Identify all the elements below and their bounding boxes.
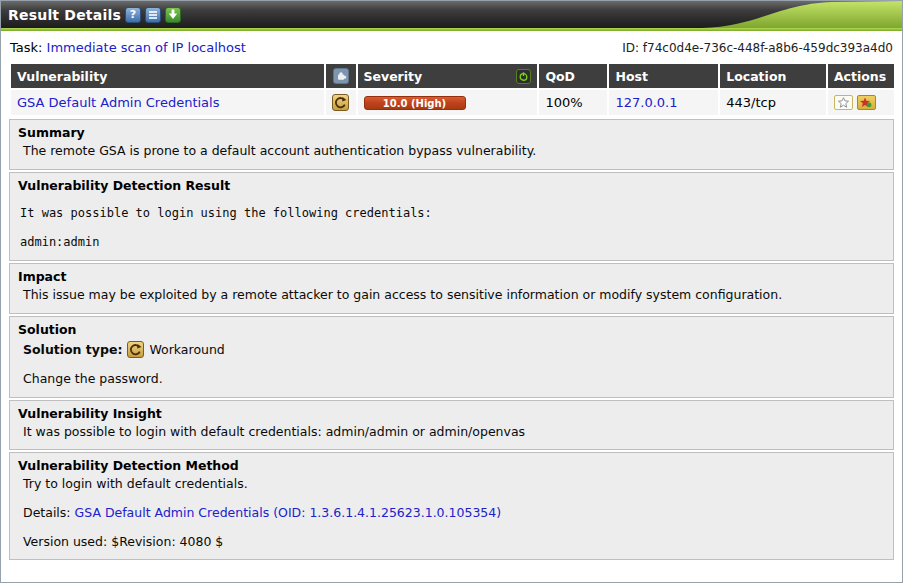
green-swoosh-decoration <box>702 1 902 28</box>
section-insight: Vulnerability Insight It was possible to… <box>9 400 894 451</box>
impact-body: This issue may be exploited by a remote … <box>23 287 885 303</box>
version-used: Version used: $Revision: 4080 $ <box>23 534 885 549</box>
workaround-icon <box>332 94 349 111</box>
section-summary: Summary The remote GSA is prone to a def… <box>9 119 894 170</box>
page-title: Result Details <box>8 7 121 23</box>
detail-sections: Summary The remote GSA is prone to a def… <box>9 119 894 560</box>
host-link[interactable]: 127.0.0.1 <box>615 95 677 110</box>
workaround-icon <box>127 341 144 358</box>
puzzle-piece-icon <box>333 68 349 84</box>
summary-body: The remote GSA is prone to a default acc… <box>23 143 885 159</box>
result-table: Vulnerability Severity <box>9 62 896 117</box>
insight-heading: Vulnerability Insight <box>18 406 885 421</box>
solution-type-value: Workaround <box>149 342 224 357</box>
column-header-host[interactable]: Host <box>609 64 718 88</box>
detection-method-heading: Vulnerability Detection Method <box>18 458 885 473</box>
column-header-location[interactable]: Location <box>720 64 826 88</box>
cell-host: 127.0.0.1 <box>609 90 718 115</box>
column-header-solution-type[interactable] <box>326 64 355 88</box>
detection-result-line2: admin:admin <box>20 235 885 249</box>
cell-severity: 10.0 (High) <box>358 90 538 115</box>
list-lines-icon <box>148 10 158 20</box>
export-download-icon[interactable] <box>165 7 181 23</box>
column-header-severity[interactable]: Severity <box>358 64 538 88</box>
cell-vulnerability: GSA Default Admin Credentials <box>11 90 324 115</box>
cell-actions <box>828 90 894 115</box>
add-override-icon[interactable] <box>857 95 876 110</box>
add-note-icon[interactable] <box>834 95 853 110</box>
task-label: Task: <box>10 40 42 55</box>
result-id-label: ID: <box>622 41 639 55</box>
details-label: Details: <box>23 505 71 520</box>
task-link[interactable]: Immediate scan of IP localhost <box>47 40 246 55</box>
help-icon[interactable]: ? <box>125 7 141 23</box>
severity-bar: 10.0 (High) <box>364 96 466 110</box>
column-header-vulnerability[interactable]: Vulnerability <box>11 64 324 88</box>
impact-heading: Impact <box>18 269 885 284</box>
section-detection-result: Vulnerability Detection Result It was po… <box>9 172 894 261</box>
solution-heading: Solution <box>18 322 885 337</box>
solution-type-label: Solution type: <box>23 342 122 357</box>
result-table-header-row: Vulnerability Severity <box>11 64 894 88</box>
result-details-page: Result Details ? <box>0 0 903 583</box>
title-bar: Result Details ? <box>1 1 902 28</box>
insight-body: It was possible to login with default cr… <box>23 424 885 440</box>
column-header-actions: Actions <box>828 64 894 88</box>
task-line: Task: Immediate scan of IP localhost ID:… <box>1 31 902 62</box>
result-row: GSA Default Admin Credentials 10.0 (High… <box>11 90 894 115</box>
dynamic-severity-icon[interactable] <box>516 69 531 84</box>
cell-solution-type <box>326 90 355 115</box>
column-header-qod[interactable]: QoD <box>539 64 607 88</box>
result-id-value: f74c0d4e-736c-448f-a8b6-459dc393a4d0 <box>643 41 893 55</box>
contents-icon[interactable] <box>145 7 161 23</box>
nvt-details-link[interactable]: GSA Default Admin Credentials (OID: 1.3.… <box>75 505 502 520</box>
section-detection-method: Vulnerability Detection Method Try to lo… <box>9 452 894 560</box>
summary-heading: Summary <box>18 125 885 140</box>
cell-qod: 100% <box>539 90 607 115</box>
vulnerability-link[interactable]: GSA Default Admin Credentials <box>17 95 219 110</box>
solution-body: Change the password. <box>23 371 885 386</box>
section-impact: Impact This issue may be exploited by a … <box>9 263 894 314</box>
down-arrow-icon <box>168 9 178 20</box>
detection-result-line1: It was possible to login using the follo… <box>20 206 885 220</box>
section-solution: Solution Solution type: Workaround Chang… <box>9 316 894 398</box>
detection-method-body: Try to login with default credentials. <box>23 476 885 492</box>
cell-location: 443/tcp <box>720 90 826 115</box>
detection-result-heading: Vulnerability Detection Result <box>18 178 885 193</box>
